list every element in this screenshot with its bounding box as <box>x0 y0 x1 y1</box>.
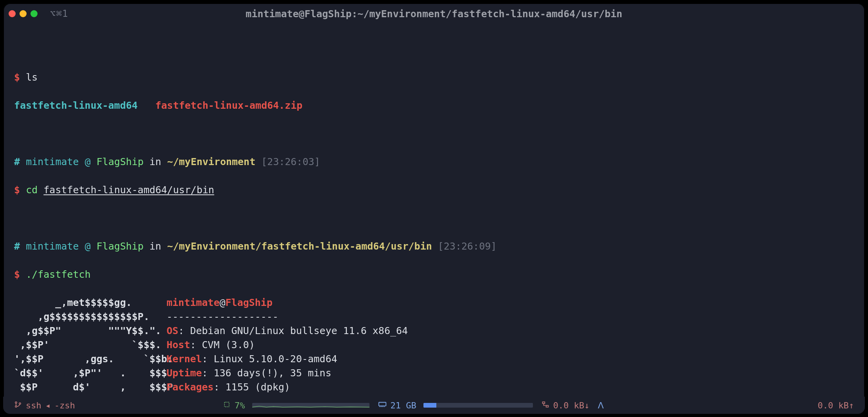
info-row: Host: CVM (3.0) <box>167 338 437 352</box>
ascii-logo: _,met$$$$$gg. ,g$$$$$$$$$$$$$$$P. ,g$$P"… <box>14 296 167 414</box>
cpu-sparkline <box>252 403 369 408</box>
prompt-host: FlagShip <box>97 241 143 252</box>
svg-point-0 <box>15 402 17 403</box>
svg-rect-4 <box>378 402 386 406</box>
prompt-host: FlagShip <box>97 156 143 167</box>
info-row: Kernel: Linux 5.10.0-20-amd64 <box>167 352 437 366</box>
header-hr: ------------------- <box>167 310 437 324</box>
info-row: Packages: 1155 (dpkg) <box>167 380 437 394</box>
status-bar: ssh ◂ -zsh 7% 21 GB <box>3 397 865 414</box>
prompt-path: ~/myEnvironment/fastfetch-linux-amd64/us… <box>167 241 432 252</box>
prompt-at: @ <box>85 241 91 252</box>
prompt-path: ~/myEnvironment <box>167 156 255 167</box>
logo-line: `d$$' ,$P"' . $$$ <box>14 366 167 380</box>
net-up: 0.0 kB↑ <box>818 401 854 410</box>
status-cpu: 7% <box>223 401 373 410</box>
logo-line: ,g$$$$$$$$$$$$$$$P. <box>14 310 167 324</box>
cpu-pct: 7% <box>235 401 245 410</box>
fastfetch-output: _,met$$$$$gg. ,g$$$$$$$$$$$$$$$P. ,g$$P"… <box>14 296 854 414</box>
status-sess-1: ssh <box>26 401 41 410</box>
prompt-time: [23:26:09] <box>438 241 497 252</box>
ls-result-zip: fastfetch-linux-amd64.zip <box>155 100 302 111</box>
status-net-up: 0.0 kB↑ <box>818 401 854 410</box>
ram-value: 21 GB <box>391 401 416 410</box>
ram-icon <box>378 401 387 410</box>
prompt-user: mintimate <box>26 241 79 252</box>
prompt-sign: $ <box>14 72 20 83</box>
prompt-sign: $ <box>14 269 20 280</box>
svg-point-2 <box>19 403 21 404</box>
status-net: 0.0 kB↓ ᐱ <box>542 401 613 410</box>
svg-rect-5 <box>542 402 545 403</box>
prompt-in: in <box>149 156 161 167</box>
status-sep: ◂ <box>45 401 50 410</box>
cmd-ls: ls <box>26 72 38 83</box>
svg-rect-3 <box>224 402 229 407</box>
net-down: 0.0 kB↓ <box>553 401 590 410</box>
logo-line: $$P d$' , $$$P <box>14 380 167 394</box>
logo-line: _,met$$$$$gg. <box>14 296 167 310</box>
titlebar: ⌥⌘1 mintimate@FlagShip:~/myEnvironment/f… <box>3 3 865 24</box>
prompt-hash: # <box>14 241 20 252</box>
window-title: mintimate@FlagShip:~/myEnvironment/fastf… <box>3 8 865 20</box>
ls-result-dir: fastfetch-linux-amd64 <box>14 100 138 111</box>
prompt-at: @ <box>85 156 91 167</box>
prompt-in: in <box>149 241 161 252</box>
svg-point-1 <box>15 406 17 407</box>
logo-line: ,g$$P" """Y$$.". <box>14 324 167 338</box>
prompt-time: [23:26:03] <box>261 156 320 167</box>
prompt-hash: # <box>14 156 20 167</box>
ram-meter <box>423 403 533 408</box>
status-sess-2: -zsh <box>54 401 75 410</box>
prompt-user: mintimate <box>26 156 79 167</box>
prompt-sign: $ <box>14 184 20 196</box>
logo-line: ',$$P ,ggs. `$$b: <box>14 352 167 366</box>
info-row: OS: Debian GNU/Linux bullseye 11.6 x86_6… <box>167 324 437 338</box>
terminal-output[interactable]: $ ls fastfetch-linux-amd64 fastfetch-lin… <box>3 26 865 396</box>
status-session: ssh ◂ -zsh <box>14 401 147 410</box>
status-memory: 21 GB <box>378 401 536 410</box>
caret-icon: ᐱ <box>598 401 604 410</box>
sysinfo-list: mintimate@FlagShip-------------------OS:… <box>167 296 437 414</box>
logo-line: ,$$P' `$$$. <box>14 338 167 352</box>
header-user: mintimate <box>167 297 219 308</box>
header-host: FlagShip <box>226 297 273 308</box>
cmd-cd: cd <box>26 184 38 196</box>
chip-icon <box>223 401 231 410</box>
terminal-window: ⌥⌘1 mintimate@FlagShip:~/myEnvironment/f… <box>3 3 865 414</box>
network-icon <box>542 401 549 410</box>
info-row: Uptime: 136 days(!), 35 mins <box>167 366 437 380</box>
cd-path-arg: fastfetch-linux-amd64/usr/bin <box>43 184 214 196</box>
cmd-fastfetch: ./fastfetch <box>26 269 91 280</box>
branch-icon <box>14 401 22 410</box>
